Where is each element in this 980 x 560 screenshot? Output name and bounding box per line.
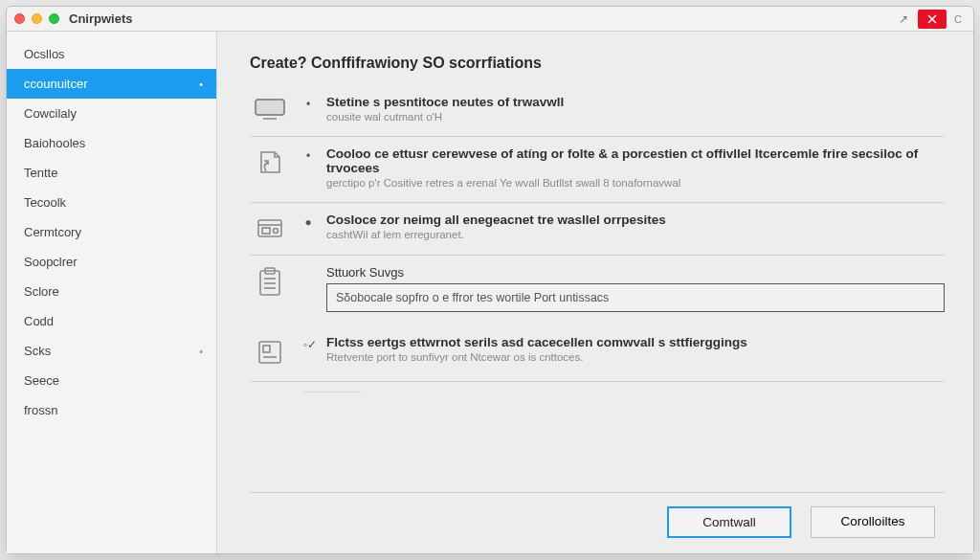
expand-arrow-icon[interactable]: ↗ [893,11,914,28]
sidebar-item-2[interactable]: Cowcilaly [7,99,216,128]
row-heading: Cooloo ce ettusr cerewvese of atíng or f… [326,146,945,175]
minimize-traffic-light[interactable] [32,13,42,24]
box-icon [255,214,285,241]
sidebar-item-label: Sclore [24,284,59,299]
primary-button[interactable]: Comtwall [667,506,791,538]
close-icon [927,14,937,24]
secondary-button[interactable]: Corolloiltes [811,506,935,538]
sidebar-item-label: Tentte [24,166,57,180]
sidebar-item-label: Cowcilaly [24,106,77,121]
sidebar-item-label: ccounuitcer [24,77,87,91]
input-label: Sttuork Suvgs [326,265,945,280]
row-subtext: cousite wal cutmant o'H [326,111,945,123]
sidebar-item-11[interactable]: Seece [7,366,216,395]
svg-rect-5 [262,228,270,234]
app-window: Cnirpwiets ↗ C Ocsllosccounuitcer•Cowcil… [6,6,974,554]
sidebar-item-label: Soopclrer [24,255,78,269]
row-subtext: gerctipo p'r Cositive retres a erenal Ye… [326,177,945,189]
row-subtext: cashtWil af lem erreguranet. [326,229,945,240]
sidebar-item-1[interactable]: ccounuitcer• [7,69,216,99]
close-traffic-light[interactable] [14,13,25,24]
sidebar-item-label: Codd [24,314,54,328]
settings-row[interactable]: •Cooloo ce ettusr cerewvese of atíng or … [250,137,945,203]
sidebar-item-label: Scks [24,344,51,358]
sidebar-item-label: frossn [24,403,57,417]
screen-icon [254,97,286,122]
svg-rect-13 [263,346,270,352]
sidebar-item-9[interactable]: Codd [7,306,216,336]
svg-point-6 [274,229,278,234]
sidebar-item-label: Tecoolk [24,195,66,210]
sidebar-item-5[interactable]: Tecoolk [7,188,216,217]
zoom-traffic-light[interactable] [49,13,59,24]
sidebar-item-dot: • [199,346,203,357]
window-controls [14,13,59,24]
sidebar-item-8[interactable]: Sclore [7,277,216,306]
footer: Comtwall Corolloiltes [250,492,945,553]
row-bullet: ● [303,213,313,229]
sidebar-item-4[interactable]: Tentte [7,158,216,188]
sidebar: Ocsllosccounuitcer•CowcilalyBaiohoolesTe… [7,32,217,553]
sidebar-item-label: Ocsllos [24,47,65,61]
sidebar-item-7[interactable]: Soopclrer [7,247,216,277]
row-bullet: • [303,95,313,111]
clipboard-icon [256,267,284,298]
row-bullet: • [303,146,313,163]
sidebar-item-0[interactable]: Ocsllos [7,39,216,69]
sidebar-item-3[interactable]: Baiohooles [7,128,216,158]
page-title: Create? Conffifrawiony SO scorrfiations [250,55,945,72]
sidebar-item-label: Baiohooles [24,136,85,150]
sidebar-item-12[interactable]: frossn [7,395,216,425]
sidebar-item-label: Cermtcory [24,225,81,239]
sidebar-item-6[interactable]: Cermtcory [7,217,216,247]
settings-row[interactable]: •Stetine s pesntitoce neutes of trwavwll… [250,85,945,137]
row-subtext: Rtetvente port to sunfivyr ont Ntcewar o… [326,351,945,363]
corner-tag: C [950,13,966,25]
settings-row[interactable]: ●Cosloce zor neimg all enegeacnet tre wa… [250,203,945,256]
window-title: Cnirpwiets [69,11,132,26]
settings-input[interactable] [326,283,945,312]
svg-rect-1 [256,100,284,115]
row-heading: Cosloce zor neimg all enegeacnet tre was… [326,213,945,227]
doc-arrow-icon [256,148,284,177]
row-heading: Flctss eertgs ettwrnot serils asd cacece… [326,335,945,349]
row-bullet: ◦✓ [303,335,313,351]
sidebar-item-label: Seece [24,373,59,388]
divider [303,392,361,392]
content-pane: Create? Conffifrawiony SO scorrfiations … [217,32,973,553]
settings-input-row: Sttuork Suvgs [250,256,945,325]
card-icon [256,337,284,368]
row-heading: Stetine s pesntitoce neutes of trwavwll [326,95,945,109]
sidebar-item-dot: • [199,78,203,90]
settings-row[interactable]: ◦✓ Flctss eertgs ettwrnot serils asd cac… [250,325,945,382]
sidebar-item-10[interactable]: Scks• [7,336,216,366]
close-button[interactable] [918,10,947,29]
titlebar: Cnirpwiets ↗ C [7,7,973,32]
